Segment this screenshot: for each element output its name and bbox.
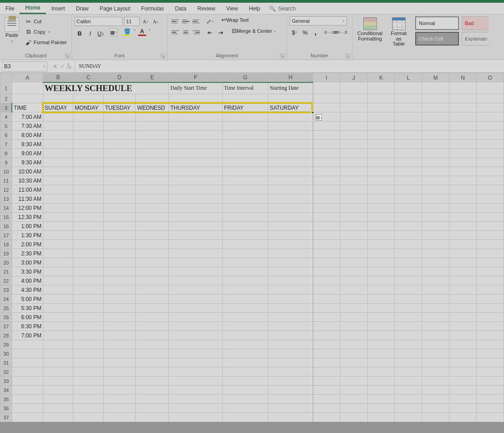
cell-time[interactable]: 12:00 PM	[12, 204, 43, 213]
cell[interactable]	[395, 185, 422, 194]
cell[interactable]	[313, 404, 340, 413]
cell[interactable]	[340, 377, 367, 386]
cell[interactable]	[43, 258, 73, 267]
cell[interactable]	[313, 240, 340, 249]
cell[interactable]	[395, 377, 422, 386]
cell[interactable]	[340, 122, 367, 131]
cell[interactable]	[313, 185, 340, 194]
cell[interactable]	[422, 304, 449, 313]
decrease-font-button[interactable]: A↓	[152, 17, 160, 25]
cell[interactable]	[367, 176, 395, 185]
cell[interactable]	[103, 358, 136, 367]
percent-button[interactable]: %	[300, 27, 310, 37]
cell[interactable]	[73, 340, 103, 349]
tab-help[interactable]: Help	[244, 3, 266, 14]
cell[interactable]	[340, 258, 367, 267]
column-header-G[interactable]: G	[222, 73, 268, 82]
cell[interactable]	[73, 322, 103, 331]
cell[interactable]	[222, 295, 268, 304]
cell[interactable]	[313, 267, 340, 276]
cell[interactable]	[136, 285, 169, 295]
cell[interactable]	[268, 285, 313, 295]
cell[interactable]	[340, 249, 367, 258]
cell[interactable]	[395, 267, 422, 276]
cell[interactable]	[103, 258, 136, 267]
cell[interactable]	[395, 231, 422, 240]
cell[interactable]	[313, 295, 340, 304]
cell[interactable]	[169, 304, 223, 313]
cell[interactable]	[395, 112, 422, 122]
tab-page-layout[interactable]: Page Layout	[94, 3, 136, 14]
cell[interactable]	[422, 103, 449, 112]
cell[interactable]	[477, 194, 504, 204]
cell[interactable]	[449, 367, 477, 377]
cell[interactable]	[422, 213, 449, 222]
cell[interactable]	[73, 404, 103, 413]
cell-day[interactable]: SATURDAY	[268, 103, 313, 112]
cell[interactable]	[340, 304, 367, 313]
row-header[interactable]: 36	[0, 404, 12, 413]
wrap-text-button[interactable]: ↩Wrap Text	[221, 16, 249, 26]
cell[interactable]	[169, 331, 223, 340]
cell[interactable]	[313, 213, 340, 222]
cell[interactable]	[422, 413, 449, 422]
cell[interactable]	[395, 358, 422, 367]
cell[interactable]	[340, 167, 367, 176]
cell[interactable]	[169, 322, 223, 331]
cell[interactable]	[449, 322, 477, 331]
cell[interactable]	[222, 204, 268, 213]
cell[interactable]	[103, 377, 136, 386]
merge-center-button[interactable]: ⊟Merge & Center ▾	[232, 27, 276, 37]
increase-font-button[interactable]: A↑	[142, 17, 150, 25]
cell[interactable]	[340, 331, 367, 340]
cell[interactable]	[268, 122, 313, 131]
cell[interactable]	[169, 395, 223, 404]
cell[interactable]	[422, 258, 449, 267]
decrease-decimal-button[interactable]: .00→.0	[336, 27, 346, 37]
cell[interactable]	[43, 295, 73, 304]
cell[interactable]	[222, 158, 268, 167]
cell[interactable]	[395, 258, 422, 267]
cell[interactable]	[136, 158, 169, 167]
cell[interactable]	[222, 313, 268, 322]
cell[interactable]	[103, 386, 136, 395]
column-header-K[interactable]: K	[367, 73, 395, 82]
cell[interactable]	[12, 377, 43, 386]
cell[interactable]	[73, 285, 103, 295]
cell[interactable]	[268, 386, 313, 395]
cell[interactable]	[169, 131, 223, 140]
cell[interactable]	[477, 140, 504, 149]
cell[interactable]	[268, 377, 313, 386]
cell[interactable]	[43, 358, 73, 367]
cell[interactable]	[449, 158, 477, 167]
cell[interactable]	[43, 395, 73, 404]
cell[interactable]	[169, 313, 223, 322]
cell[interactable]	[367, 158, 395, 167]
row-header[interactable]: 34	[0, 386, 12, 395]
cell[interactable]	[477, 322, 504, 331]
row-header[interactable]: 19	[0, 249, 12, 258]
cell[interactable]	[449, 167, 477, 176]
cell[interactable]	[395, 194, 422, 204]
cell[interactable]	[449, 131, 477, 140]
align-center-button[interactable]	[181, 27, 191, 37]
cell[interactable]	[73, 112, 103, 122]
cell[interactable]	[268, 295, 313, 304]
column-header-D[interactable]: D	[103, 73, 136, 82]
cell-time[interactable]: 10:00 AM	[12, 167, 43, 176]
cell-time[interactable]: 11:00 AM	[12, 185, 43, 194]
cell[interactable]	[222, 194, 268, 204]
cell[interactable]	[477, 395, 504, 404]
cell[interactable]	[169, 267, 223, 276]
cell[interactable]	[313, 413, 340, 422]
cell[interactable]	[222, 185, 268, 194]
cell[interactable]	[268, 349, 313, 358]
style-bad[interactable]: Bad	[462, 16, 489, 30]
cell[interactable]	[43, 176, 73, 185]
cell[interactable]	[103, 158, 136, 167]
cell[interactable]	[395, 413, 422, 422]
cell[interactable]	[313, 249, 340, 258]
cell[interactable]	[367, 258, 395, 267]
cell[interactable]	[103, 249, 136, 258]
cell[interactable]	[12, 404, 43, 413]
